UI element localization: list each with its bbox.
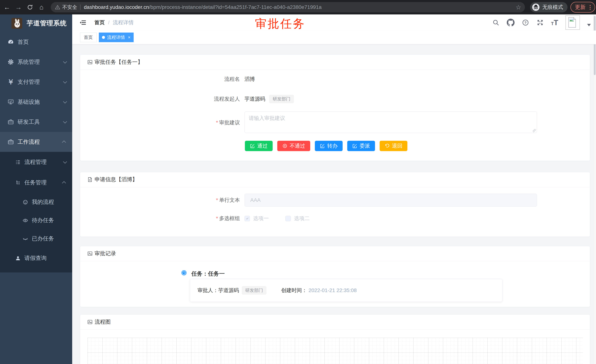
sidebar-item-label: 待办任务: [32, 217, 66, 224]
sidebar-item-done-tasks[interactable]: 已办任务: [0, 230, 72, 248]
approval-record-panel: 审批记录 任务：任务一 审批人： 芋道源码 研发部门 创建时间：: [80, 246, 590, 307]
sidebar-item-label: 流程管理: [24, 158, 63, 166]
chevron-down-icon: [63, 59, 67, 63]
briefcase-icon: [7, 139, 14, 145]
fullscreen-icon[interactable]: [536, 19, 544, 26]
chevron-down-icon: [63, 80, 67, 83]
tags-view-bar: 首页 流程详情 ×: [72, 30, 596, 44]
tab-process-detail[interactable]: 流程详情 ×: [99, 33, 134, 42]
svg-text:?: ?: [524, 21, 526, 24]
browser-forward-icon[interactable]: →: [14, 3, 23, 12]
bookmark-star-icon[interactable]: ☆: [516, 4, 521, 11]
url-text[interactable]: dashboard.yudao.iocoder.cn/bpm/process-i…: [84, 4, 514, 10]
sidebar-item-devtools[interactable]: 研发工具: [0, 112, 72, 132]
sidebar-item-label: 请假查询: [24, 254, 66, 262]
workflow-submenu: 流程管理 任务管理 我的流程: [0, 152, 72, 272]
page-scrollbar[interactable]: [593, 15, 596, 364]
breadcrumb-current: 流程详情: [113, 19, 134, 26]
timeline-clock-icon: [181, 270, 187, 276]
transfer-button[interactable]: 转办: [315, 141, 343, 151]
bpmn-diagram-canvas[interactable]: [88, 338, 583, 364]
incognito-badge: 无痕模式: [530, 2, 567, 12]
red-annotation-text: 审批任务: [255, 16, 305, 31]
tab-label: 首页: [84, 34, 93, 40]
panel-title: 流程图: [95, 318, 111, 326]
active-tab-dot-icon: [102, 36, 105, 39]
checkbox-option-1: 选项一: [245, 215, 269, 222]
url-divider: [80, 4, 81, 10]
checkbox-option-2: 选项二: [285, 215, 310, 222]
edit-icon: [352, 143, 358, 148]
user-icon: [15, 255, 21, 261]
browser-update-button[interactable]: 更新: [570, 2, 595, 13]
dept-tag: 研发部门: [269, 95, 294, 103]
browser-menu-icon[interactable]: [589, 5, 592, 10]
approve-button[interactable]: 通过: [245, 141, 273, 151]
github-icon[interactable]: [507, 19, 514, 26]
button-label: 转办: [327, 142, 338, 149]
breadcrumb-home[interactable]: 首页: [94, 19, 105, 26]
sidebar-item-label: 我的流程: [32, 198, 66, 206]
browser-home-icon[interactable]: ⌂: [37, 3, 46, 12]
monitor-icon: [7, 99, 14, 105]
panel-header: 流程图: [80, 315, 590, 330]
list-icon: [15, 159, 21, 165]
required-asterisk: *: [216, 120, 218, 125]
sidebar-item-home[interactable]: 首页: [0, 32, 72, 52]
url-bar[interactable]: 不安全 dashboard.yudao.iocoder.cn/bpm/proce…: [51, 2, 525, 12]
help-icon[interactable]: ?: [522, 19, 529, 26]
breadcrumb-separator: /: [108, 20, 110, 26]
avatar-dropdown-caret-icon[interactable]: [587, 24, 591, 26]
return-button[interactable]: 退回: [380, 141, 407, 151]
picture-icon: [87, 251, 93, 256]
process-diagram-panel: 流程图: [80, 314, 590, 364]
panel-header: 申请信息【滔博】: [80, 172, 590, 187]
create-time-label: 创建时间：: [281, 287, 307, 294]
initiator-value: 芋道源码: [245, 95, 265, 102]
approval-record-card: 审批人： 芋道源码 研发部门 创建时间： 2022-01-21 22:35:08: [190, 279, 502, 302]
suggestion-textarea[interactable]: [245, 111, 537, 133]
chevron-down-icon: [63, 100, 67, 103]
circle-close-icon: [282, 143, 287, 148]
gear-icon: [7, 59, 14, 65]
single-text-label: *单行文本: [159, 197, 245, 204]
security-label[interactable]: 不安全: [62, 4, 77, 11]
sidebar-item-process-mgmt[interactable]: 流程管理: [0, 152, 72, 172]
rotate-left-icon: [385, 143, 390, 148]
button-label: 通过: [257, 142, 268, 149]
approver-value: 芋道源码: [218, 287, 239, 294]
textarea-resize-handle[interactable]: [533, 129, 536, 132]
checkbox-checked-icon: [245, 216, 250, 221]
sidebar-collapse-icon[interactable]: [80, 19, 87, 26]
checkbox-group-label: *多选框组: [159, 215, 245, 222]
update-label[interactable]: 更新: [575, 4, 586, 11]
search-icon[interactable]: [492, 19, 499, 26]
sidebar-item-infra[interactable]: 基础设施: [0, 92, 72, 112]
sidebar: 芋道管理系统 首页 系统管理 ￥ 支付管理: [0, 15, 72, 364]
reject-button[interactable]: 不通过: [277, 141, 310, 151]
panel-title: 审批记录: [95, 250, 116, 257]
sidebar-item-my-process[interactable]: 我的流程: [0, 193, 72, 211]
avatar[interactable]: [566, 15, 580, 30]
approver-label: 审批人：: [197, 287, 218, 294]
yen-icon: ￥: [7, 79, 14, 85]
panel-title: 审批任务【任务一】: [95, 58, 143, 66]
tab-home[interactable]: 首页: [80, 33, 97, 42]
panel-header: 审批任务【任务一】: [80, 55, 590, 70]
checkbox-group-row: *多选框组 选项一 选项二: [80, 215, 590, 222]
tab-close-icon[interactable]: ×: [128, 35, 130, 40]
sidebar-item-leave-query[interactable]: 请假查询: [0, 248, 72, 268]
browser-reload-icon[interactable]: [26, 3, 34, 12]
sidebar-logo-row[interactable]: 芋道管理系统: [0, 15, 72, 32]
browser-back-icon[interactable]: ←: [3, 3, 11, 12]
sidebar-item-system[interactable]: 系统管理: [0, 52, 72, 72]
delegate-button[interactable]: 委派: [347, 141, 375, 151]
sidebar-item-workflow[interactable]: 工作流程: [0, 132, 72, 152]
button-label: 委派: [360, 142, 370, 149]
scrollbar-thumb[interactable]: [594, 16, 596, 75]
font-size-icon[interactable]: TT: [551, 19, 558, 26]
checkbox-label: 选项一: [253, 215, 269, 222]
sidebar-item-payment[interactable]: ￥ 支付管理: [0, 72, 72, 92]
sidebar-item-task-mgmt[interactable]: 任务管理: [0, 172, 72, 193]
sidebar-item-todo-tasks[interactable]: 待办任务: [0, 211, 72, 230]
